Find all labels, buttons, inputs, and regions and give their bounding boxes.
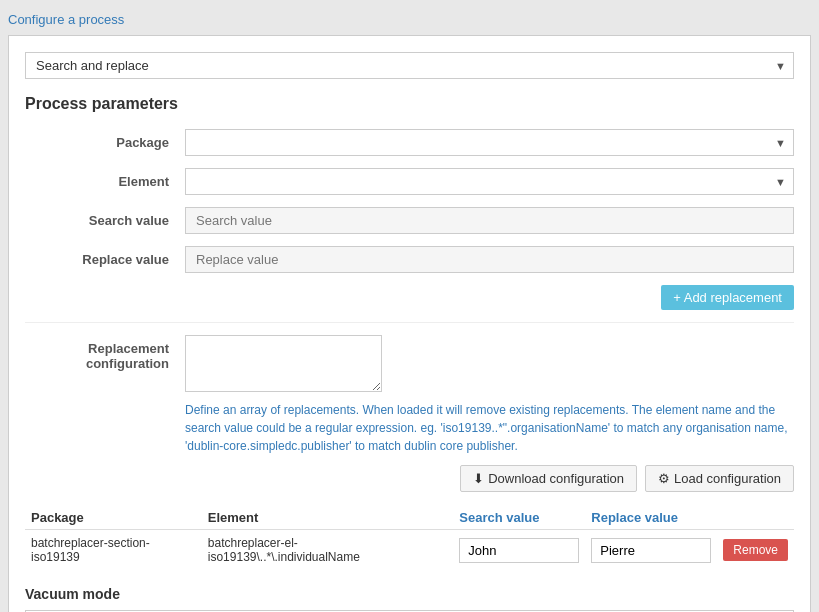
row-search-input-cell [453, 530, 585, 571]
replace-value-group: Replace value [25, 246, 794, 273]
row-element: batchreplacer-el-iso19139\..*\.individua… [202, 530, 454, 571]
col-header-package: Package [25, 506, 202, 530]
package-group: Package ▼ [25, 129, 794, 156]
col-header-element: Element [202, 506, 454, 530]
process-type-wrapper: Search and replace ▼ [25, 52, 794, 79]
row-replace-input[interactable] [591, 538, 711, 563]
vacuum-title: Vacuum mode [25, 586, 794, 602]
element-select-wrapper: ▼ [185, 168, 794, 195]
section-title: Process parameters [25, 95, 794, 113]
replacements-table: Package Element Search value Replace val… [25, 506, 794, 570]
replacement-config-right: Define an array of replacements. When lo… [185, 335, 794, 455]
replacement-config-group: Replacement configuration Define an arra… [25, 335, 794, 455]
row-package: batchreplacer-section-iso19139 [25, 530, 202, 571]
breadcrumb-link[interactable]: Configure a process [8, 12, 124, 27]
gear-icon: ⚙ [658, 471, 670, 486]
col-header-replace: Replace value [585, 506, 717, 530]
download-config-button[interactable]: ⬇Download configuration [460, 465, 637, 492]
row-remove-cell: Remove [717, 530, 794, 571]
row-replace-input-cell [585, 530, 717, 571]
remove-row-button[interactable]: Remove [723, 539, 788, 561]
download-icon: ⬇ [473, 471, 484, 486]
element-label: Element [25, 174, 185, 189]
search-value-group: Search value [25, 207, 794, 234]
add-replacement-row: + Add replacement [25, 285, 794, 310]
replace-value-input[interactable] [185, 246, 794, 273]
replacement-config-help: Define an array of replacements. When lo… [185, 401, 794, 455]
row-search-input[interactable] [459, 538, 579, 563]
package-select-wrapper: ▼ [185, 129, 794, 156]
vacuum-section: Vacuum mode None (ie. preserve empty ele… [25, 586, 794, 612]
package-select[interactable] [185, 129, 794, 156]
col-header-search: Search value [453, 506, 585, 530]
action-buttons-row: ⬇Download configuration ⚙Load configurat… [25, 465, 794, 492]
package-label: Package [25, 135, 185, 150]
replace-value-label: Replace value [25, 252, 185, 267]
element-select[interactable] [185, 168, 794, 195]
divider [25, 322, 794, 323]
element-group: Element ▼ [25, 168, 794, 195]
load-config-button[interactable]: ⚙Load configuration [645, 465, 794, 492]
search-value-input[interactable] [185, 207, 794, 234]
add-replacement-button[interactable]: + Add replacement [661, 285, 794, 310]
search-value-label: Search value [25, 213, 185, 228]
process-type-select[interactable]: Search and replace [25, 52, 794, 79]
replacement-config-label: Replacement configuration [25, 335, 185, 371]
table-row: batchreplacer-section-iso19139 batchrepl… [25, 530, 794, 571]
replacement-config-textarea[interactable] [185, 335, 382, 392]
